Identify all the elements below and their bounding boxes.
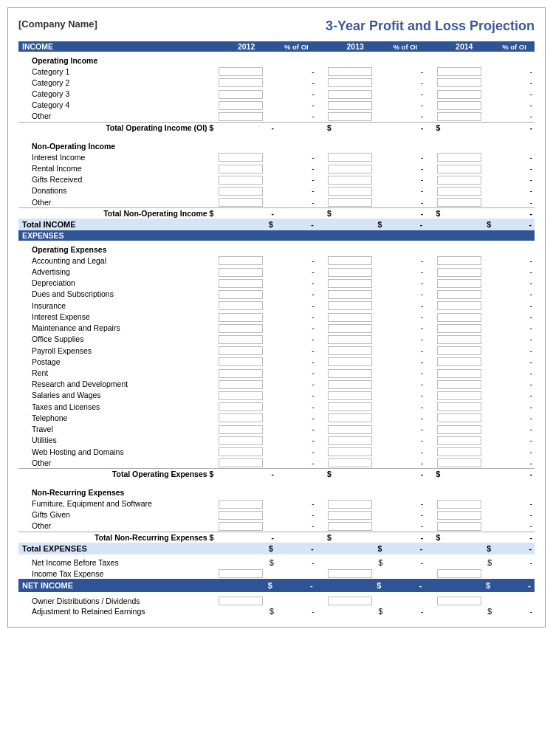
other-oi-y2-input[interactable] [328,112,372,121]
cat4-y3-input[interactable] [437,101,481,110]
pct1-header: % of OI [276,41,317,52]
table-row: Research and Development - - - [18,379,535,390]
year2-header: 2013 [326,41,385,52]
table-row: Postage - - - [18,356,535,367]
pct2-header: % of OI [385,41,425,52]
report-header: [Company Name] 3-Year Profit and Loss Pr… [18,18,535,34]
total-non-operating-row: Total Non-Operating Income $ - $ - $ - [18,208,535,219]
pct3-header: % of OI [494,41,535,52]
cat1-y1-input[interactable] [219,67,263,76]
table-row: Accounting and Legal - - - [18,255,535,266]
table-row: Web Hosting and Domains - - - [18,446,535,457]
table-row: Furniture, Equipment and Software - - - [18,498,535,509]
table-row: Donations - - - [18,185,535,196]
year3-header: 2014 [435,41,495,52]
operating-income-label: Operating Income [18,52,216,66]
net-income-before-taxes-row: Net Income Before Taxes $ - $ - $ - [18,557,535,568]
other-oi-y3-input[interactable] [437,112,481,121]
year1-header: 2012 [216,41,276,52]
table-row: Other - - - [18,196,535,208]
cat4-y2-input[interactable] [328,101,372,110]
donations-y2[interactable] [328,187,372,196]
interest-y1[interactable] [219,153,263,162]
table-row: Category 4 - - - [18,100,535,111]
income-tax-row: Income Tax Expense [18,568,535,579]
table-row: Interest Income - - - [18,151,535,162]
table-row: Gifts Given - - - [18,509,535,520]
cat1-y3-input[interactable] [437,67,481,76]
total-operating-expenses-row: Total Operating Expenses $ - $ - $ - [18,469,535,480]
table-row: Rent - - - [18,367,535,378]
table-row: Salaries and Wages - - - [18,390,535,401]
table-row: Insurance - - - [18,300,535,311]
cat1-y2-input[interactable] [328,67,372,76]
table-row: Travel - - - [18,423,535,434]
table-row: Category 3 - - - [18,88,535,99]
table-row: Other - - - [18,520,535,532]
expenses-label: EXPENSES [18,230,535,241]
non-recurring-expenses-header: Non-Recurring Expenses [18,484,535,498]
non-operating-income-header: Non-Operating Income [18,137,535,151]
page-container: [Company Name] 3-Year Profit and Loss Pr… [7,7,546,628]
donations-y3[interactable] [437,187,481,196]
cat4-y1-input[interactable] [219,101,263,110]
income-label: INCOME [18,41,216,52]
rental-y3[interactable] [437,165,481,173]
table-row: Office Supplies - - - [18,334,535,345]
table-row: Other - - - [18,457,535,469]
report-title: 3-Year Profit and Loss Projection [326,18,535,34]
other-noi-y3[interactable] [437,198,481,207]
owner-distributions-row: Owner Distributions / Dividends [18,595,535,606]
cat3-y3-input[interactable] [437,90,481,99]
company-name: [Company Name] [18,18,97,30]
net-income-row: NET INCOME $ - $ - $ - [18,579,535,592]
table-row: Dues and Subscriptions - - - [18,289,535,300]
table-row: Utilities - - - [18,435,535,446]
table-row: Telephone - - - [18,412,535,423]
donations-y1[interactable] [219,187,263,196]
other-oi-y1-input[interactable] [219,112,263,121]
operating-income-header: Operating Income [18,52,535,66]
table-row: Payroll Expenses - - - [18,345,535,356]
interest-y3[interactable] [437,153,481,162]
table-row: Category 2 - - - [18,77,535,88]
cat3-y2-input[interactable] [328,90,372,99]
cat3-y1-input[interactable] [219,90,263,99]
total-operating-income-row: Total Operating Income (OI) $ - $ - $ - [18,123,535,134]
total-expenses-row: Total EXPENSES $ - $ - $ - [18,543,535,554]
operating-expenses-header: Operating Expenses [18,241,535,255]
expenses-section-header: EXPENSES [18,230,535,241]
income-section-header: INCOME 2012 % of OI 2013 % of OI 2014 % … [18,41,535,52]
total-income-row: Total INCOME $ - $ - $ - [18,219,535,230]
rental-y1[interactable] [219,165,263,173]
retained-earnings-row: Adjustment to Retained Earnings $ - $ - … [18,606,535,616]
gifts-y1[interactable] [219,176,263,185]
table-row: Rental Income - - - [18,162,535,173]
table-row: Depreciation - - - [18,278,535,289]
table-row: Category 1 - - - [18,66,535,77]
table-row: Maintenance and Repairs - - - [18,323,535,334]
gifts-y3[interactable] [437,176,481,185]
cat2-y1-input[interactable] [219,78,263,87]
main-table: INCOME 2012 % of OI 2013 % of OI 2014 % … [18,41,535,616]
other-noi-y2[interactable] [328,198,372,207]
table-row: Advertising - - - [18,266,535,277]
other-noi-y1[interactable] [219,198,263,207]
table-row: Other - - - [18,111,535,123]
total-non-recurring-row: Total Non-Recurring Expenses $ - $ - $ - [18,532,535,543]
cat2-y3-input[interactable] [437,78,481,87]
gifts-y2[interactable] [328,176,372,185]
cat2-y2-input[interactable] [328,78,372,87]
rental-y2[interactable] [328,165,372,173]
interest-y2[interactable] [328,153,372,162]
table-row: Interest Expense - - - [18,311,535,322]
table-row: Gifts Received - - - [18,174,535,185]
table-row: Taxes and Licenses - - - [18,401,535,412]
